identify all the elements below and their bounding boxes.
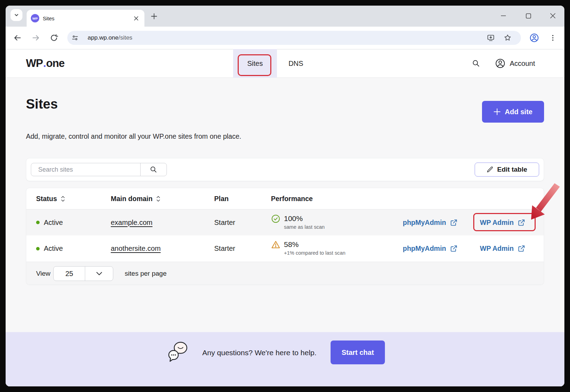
start-chat-label: Start chat	[341, 349, 374, 357]
external-link-icon	[518, 245, 525, 252]
column-header-plan: Plan	[214, 188, 229, 209]
bookmark-button[interactable]	[502, 32, 513, 43]
help-message: Any questions? We're here to help.	[202, 332, 317, 373]
wp-admin-label: WP Admin	[480, 219, 514, 227]
add-site-label: Add site	[505, 108, 532, 116]
star-icon	[503, 34, 512, 42]
wp-admin-link[interactable]: WP Admin	[480, 235, 525, 262]
performance-cell: 100% same as last scan	[271, 214, 325, 230]
back-button[interactable]	[12, 32, 23, 43]
reload-icon	[50, 34, 58, 42]
phpmyadmin-label: phpMyAdmin	[403, 219, 446, 227]
page-size-select[interactable]: 25	[53, 266, 113, 281]
view-label: View	[36, 270, 50, 277]
table-header-row: Status Main domain Plan Performance	[26, 188, 544, 209]
browser-tab[interactable]: WP Sites	[27, 10, 144, 27]
url-text[interactable]: app.wp.one/sites	[88, 34, 133, 41]
wp-admin-label: WP Admin	[480, 245, 514, 253]
status-label: Active	[44, 219, 63, 227]
maximize-icon	[526, 13, 531, 19]
account-label: Account	[510, 60, 535, 68]
account-menu[interactable]: Account	[495, 49, 535, 78]
page-size-value: 25	[54, 270, 85, 278]
plus-icon	[151, 13, 157, 19]
search-icon	[472, 59, 480, 68]
chat-bubbles-icon	[168, 341, 189, 364]
column-header-performance: Performance	[271, 188, 313, 209]
status-dot-icon	[36, 221, 40, 224]
wpone-logo[interactable]: WP.one	[26, 49, 65, 78]
warning-triangle-icon	[271, 240, 280, 249]
account-icon	[495, 58, 505, 69]
site-settings-icon[interactable]	[67, 34, 83, 42]
logo-one: one	[46, 57, 65, 70]
edit-table-label: Edit table	[497, 166, 527, 173]
performance-note: same as last scan	[284, 224, 325, 230]
forward-button[interactable]	[30, 32, 41, 43]
domain-header-label: Main domain	[111, 195, 152, 203]
pencil-icon	[487, 166, 494, 173]
browser-profile-button[interactable]	[529, 32, 540, 43]
performance-value: 58%	[284, 240, 345, 249]
check-circle-icon	[271, 214, 280, 223]
edit-table-button[interactable]: Edit table	[475, 163, 539, 177]
search-sites-input[interactable]	[31, 166, 140, 173]
phpmyadmin-link[interactable]: phpMyAdmin	[403, 235, 457, 262]
nav-item-sites[interactable]: Sites	[233, 49, 277, 78]
plan-label: Starter	[214, 219, 235, 227]
phpmyadmin-label: phpMyAdmin	[403, 245, 446, 253]
tab-close-button[interactable]	[132, 14, 140, 22]
minimize-icon	[501, 13, 506, 19]
new-tab-button[interactable]	[149, 11, 159, 21]
add-site-button[interactable]: Add site	[482, 101, 544, 123]
address-bar[interactable]: app.wp.one/sites	[67, 31, 521, 45]
window-maximize-button[interactable]	[523, 10, 534, 21]
performance-value: 100%	[284, 214, 325, 223]
search-submit-button[interactable]	[141, 163, 167, 176]
sort-icon[interactable]	[156, 195, 161, 202]
table-row: Active anothersite.com Starter 58% +1% c…	[26, 235, 544, 262]
url-path: /sites	[118, 34, 133, 41]
window-minimize-button[interactable]	[498, 10, 509, 21]
forward-arrow-icon	[32, 34, 40, 42]
tab-search-button[interactable]	[11, 9, 22, 21]
column-header-domain[interactable]: Main domain	[111, 188, 161, 209]
start-chat-button[interactable]: Start chat	[331, 341, 385, 364]
external-link-icon	[450, 245, 457, 252]
performance-note: +1% compared to last scan	[284, 250, 345, 256]
sort-icon[interactable]	[61, 195, 65, 202]
nav-item-dns[interactable]: DNS	[281, 49, 311, 78]
chevron-down-icon	[85, 271, 113, 276]
header-search-button[interactable]	[469, 49, 483, 78]
logo-dot: .	[43, 57, 46, 70]
nav-sites-label: Sites	[247, 60, 263, 68]
reload-button[interactable]	[48, 32, 60, 43]
search-icon	[150, 166, 157, 173]
status-cell: Active	[36, 235, 63, 262]
column-header-status[interactable]: Status	[36, 188, 65, 209]
domain-cell: example.com	[111, 209, 152, 235]
plus-icon	[494, 108, 501, 115]
performance-cell: 58% +1% compared to last scan	[271, 240, 345, 256]
search-sites-box	[31, 163, 167, 176]
wp-admin-link[interactable]: WP Admin	[480, 209, 525, 235]
browser-window: WP Sites app.wp.one/sites	[6, 6, 564, 386]
status-label: Active	[44, 245, 63, 253]
table-row: Active example.com Starter 100% same as …	[26, 209, 544, 235]
screenshot-frame: WP Sites app.wp.one/sites	[0, 0, 570, 392]
browser-menu-button[interactable]	[547, 32, 558, 43]
window-close-button[interactable]	[547, 10, 558, 21]
tab-title: Sites	[43, 15, 132, 21]
plan-label: Starter	[214, 245, 235, 253]
plan-cell: Starter	[214, 235, 235, 262]
external-link-icon	[518, 219, 525, 226]
chevron-down-icon	[14, 13, 19, 18]
domain-link[interactable]: example.com	[111, 219, 152, 227]
close-icon	[550, 13, 556, 19]
back-arrow-icon	[13, 34, 22, 42]
install-app-button[interactable]	[485, 32, 496, 43]
domain-link[interactable]: anothersite.com	[111, 245, 161, 253]
phpmyadmin-link[interactable]: phpMyAdmin	[403, 209, 457, 235]
sites-table: Status Main domain Plan Performance Acti…	[26, 188, 544, 285]
page-title: Sites	[26, 97, 58, 112]
